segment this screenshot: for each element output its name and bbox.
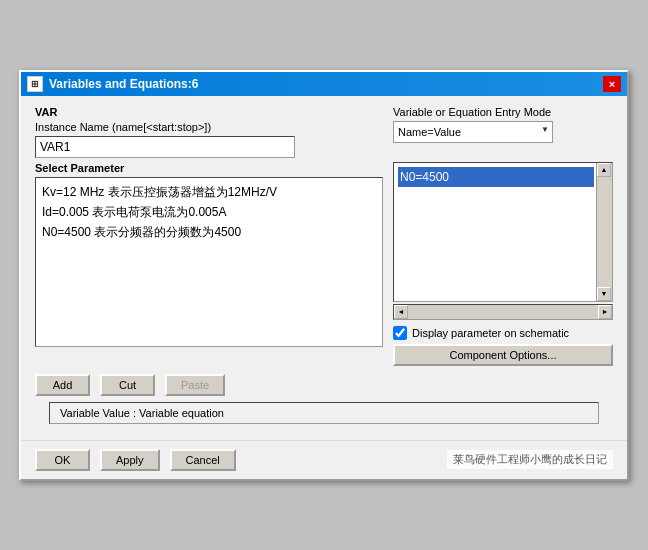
scroll-up-arrow[interactable]: ▲ xyxy=(597,163,611,177)
mode-dropdown-wrapper: Name=Value Name=Equation Name only xyxy=(393,121,553,143)
mode-section: Variable or Equation Entry Mode Name=Val… xyxy=(393,106,613,158)
right-panel: N0=4500 ▲ ▼ ◄ ► Display parameter on sch… xyxy=(393,162,613,366)
title-bar: ⊞ Variables and Equations:6 × xyxy=(21,72,627,96)
mode-dropdown[interactable]: Name=Value Name=Equation Name only xyxy=(393,121,553,143)
select-param-label: Select Parameter xyxy=(35,162,383,174)
status-bar: Variable Value : Variable equation xyxy=(49,402,599,424)
mode-label: Variable or Equation Entry Mode xyxy=(393,106,613,118)
main-content: Select Parameter Kv=12 MHz 表示压控振荡器增益为12M… xyxy=(35,162,613,366)
instance-name-input[interactable] xyxy=(35,136,295,158)
cut-button[interactable]: Cut xyxy=(100,374,155,396)
select-param-box[interactable]: Kv=12 MHz 表示压控振荡器增益为12MHz/V Id=0.005 表示电… xyxy=(35,177,383,347)
paste-button[interactable]: Paste xyxy=(165,374,225,396)
ok-button[interactable]: OK xyxy=(35,449,90,471)
cancel-button[interactable]: Cancel xyxy=(170,449,236,471)
h-scrollbar[interactable]: ◄ ► xyxy=(393,304,613,320)
display-param-row: Display parameter on schematic xyxy=(393,326,613,340)
var-label: VAR xyxy=(35,106,393,118)
watermark-text: 莱鸟硬件工程师小鹰的成长日记 xyxy=(447,450,613,469)
param-item-3[interactable]: N0=4500 表示分频器的分频数为4500 xyxy=(40,222,378,242)
equation-box[interactable]: N0=4500 xyxy=(394,163,612,301)
var-section: VAR Instance Name (name[<start:stop>]) xyxy=(35,106,393,158)
display-param-checkbox[interactable] xyxy=(393,326,407,340)
dialog-title: Variables and Equations:6 xyxy=(49,77,198,91)
instance-name-label: Instance Name (name[<start:stop>]) xyxy=(35,121,393,133)
left-panel: Select Parameter Kv=12 MHz 表示压控振荡器增益为12M… xyxy=(35,162,383,366)
display-param-label: Display parameter on schematic xyxy=(412,327,569,339)
dialog-body: VAR Instance Name (name[<start:stop>]) V… xyxy=(21,96,627,440)
component-options-button[interactable]: Component Options... xyxy=(393,344,613,366)
scroll-right-arrow[interactable]: ► xyxy=(598,305,612,319)
param-item-2[interactable]: Id=0.005 表示电荷泵电流为0.005A xyxy=(40,202,378,222)
variables-equations-dialog: ⊞ Variables and Equations:6 × VAR Instan… xyxy=(19,70,629,481)
param-item-1[interactable]: Kv=12 MHz 表示压控振荡器增益为12MHz/V xyxy=(40,182,378,202)
status-text: Variable Value : Variable equation xyxy=(60,407,224,419)
scroll-down-arrow[interactable]: ▼ xyxy=(597,287,611,301)
apply-button[interactable]: Apply xyxy=(100,449,160,471)
scroll-left-arrow[interactable]: ◄ xyxy=(394,305,408,319)
close-button[interactable]: × xyxy=(603,76,621,92)
action-buttons-row: Add Cut Paste xyxy=(35,374,613,396)
bottom-buttons-row: OK Apply Cancel 莱鸟硬件工程师小鹰的成长日记 xyxy=(21,440,627,479)
add-button[interactable]: Add xyxy=(35,374,90,396)
dialog-icon: ⊞ xyxy=(27,76,43,92)
equation-item-selected[interactable]: N0=4500 xyxy=(398,167,594,187)
